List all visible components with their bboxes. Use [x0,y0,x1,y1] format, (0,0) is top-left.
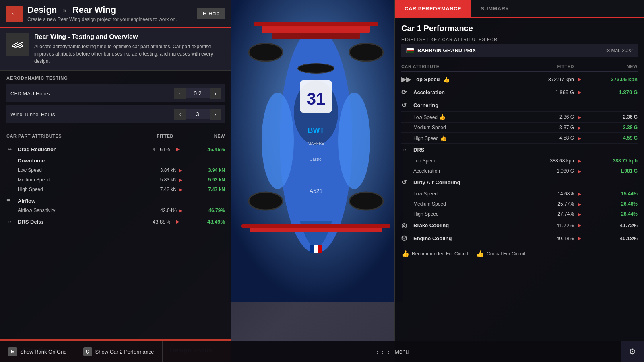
brake-cooling-icon: ◎ [401,222,410,229]
drag-reduction-icon: ↔ [6,146,14,153]
cornering-med-fitted: 3.37 G [522,125,574,130]
attr-col-sep [175,134,183,138]
drs-delta-icon: ↔ [6,218,14,225]
wind-tunnel-increase-button[interactable]: › [210,109,221,120]
svg-point-16 [298,64,334,73]
drs-topspeed-new: 388.77 kph [585,158,638,164]
show-car-perf-shortcut[interactable]: Q Show Car 2 Performance [75,341,163,362]
cornering-med-row: Medium Speed 3.37 G ▶ 3.38 G [401,123,638,133]
downforce-low-fitted: 3.84 kN [136,167,177,173]
header-subtitle: Create a new Rear Wing design project fo… [27,16,192,22]
engine-cooling-row: ⛁ Engine Cooling 40.18% ▶ 40.18% [401,232,638,245]
dirty-air-low-label: Low Speed [413,191,520,197]
drag-reduction-arrow: ▶ [173,146,182,152]
drs-accel-arrow: ▶ [576,169,584,173]
svg-point-19 [249,43,283,61]
engine-cooling-new: 40.18% [585,235,638,241]
cfd-controls: ‹ 0.2 › [174,88,221,99]
help-label: Help [208,10,219,16]
svg-point-6 [338,93,370,189]
top-speed-new: 373.05 kph [585,76,638,82]
downforce-high-row: High Speed 7.42 kN ▶ 7.47 kN [6,185,225,194]
engine-cooling-fitted: 40.18% [522,235,574,241]
car-visual: 31 BWT A521 MAPFRE Castrol [229,0,402,302]
highlight-label: HIGHLIGHT KEY CAR ATTRIBUTES FOR [401,37,638,42]
settings-button[interactable]: ⚙ [621,341,644,362]
drs-delta-fitted: 43.88% [130,219,170,225]
downforce-high-label: High Speed [18,187,136,192]
drag-reduction-label: Drag Reduction [18,146,127,152]
top-speed-recommended-icon: 👍 [443,76,450,83]
wind-tunnel-decrease-button[interactable]: ‹ [174,109,186,120]
brake-cooling-row: ◎ Brake Cooling 41.72% ▶ 41.72% [401,219,638,232]
top-speed-row: ▶▶ Top Speed 👍 372.97 kph ▶ 373.05 kph [401,73,638,86]
menu-button[interactable]: ⋮⋮⋮ Menu [365,341,418,362]
cfd-increase-button[interactable]: › [210,88,221,99]
svg-rect-8 [242,224,390,228]
legend-crucial: 👍 Crucial For Circuit [476,250,525,257]
svg-point-5 [262,93,294,189]
drs-label: ↔ DRS [401,146,520,153]
rank-key: E [8,347,17,356]
back-button[interactable]: ← [6,6,23,22]
legend-row: 👍 Recommended For Circuit 👍 Crucial For … [401,245,638,260]
cornering-high-row: High Speed 👍 4.58 G ▶ 4.59 G [401,133,638,144]
breadcrumb: Design » Rear Wing [27,5,192,15]
cornering-med-arrow: ▶ [576,125,584,130]
attrs-table-header: CAR PART ATTRIBUTES FITTED NEW [6,131,225,141]
cornering-low-new: 2.36 G [585,114,638,120]
drs-topspeed-label: Top Speed [413,158,520,164]
cfd-decrease-button[interactable]: ‹ [174,88,186,99]
drag-reduction-fitted: 41.61% [130,146,170,152]
brake-cooling-arrow: ▶ [576,223,584,228]
crucial-label: Crucial For Circuit [487,251,525,257]
cornering-med-label: Medium Speed [413,125,520,130]
show-rank-shortcut[interactable]: E Show Rank On Grid [0,341,75,362]
tab-car-performance[interactable]: CAR PERFORMANCE [395,0,471,17]
top-speed-icon: ▶▶ [401,76,410,83]
bahrain-flag-icon [406,48,414,53]
drs-delta-new: 48.49% [185,219,225,225]
downforce-group-row: ↓ Downforce [6,154,225,165]
menu-icon: ⋮⋮⋮ [374,348,391,355]
brake-cooling-new: 41.72% [585,222,638,228]
right-tabs: CAR PERFORMANCE SUMMARY [395,0,644,18]
svg-rect-21 [310,245,314,253]
nav-page: Rear Wing [72,5,116,15]
right-panel: CAR PERFORMANCE SUMMARY Car 1 Performanc… [394,0,644,362]
recommended-icon: 👍 [401,250,409,257]
drs-row: ↔ DRS [401,144,638,156]
drs-accel-new: 1.981 G [585,168,638,174]
car-perf-label: Show Car 2 Performance [95,349,154,355]
cornering-row: ↺ Cornering [401,99,638,112]
rear-wing-icon: 🏎 [6,33,29,56]
engine-cooling-icon: ⛁ [401,234,410,242]
drag-reduction-row: ↔ Drag Reduction 41.61% ▶ 46.45% [6,143,225,154]
dirty-air-high-arrow: ▶ [576,212,584,216]
svg-rect-10 [254,22,378,26]
top-speed-arrow: ▶ [576,77,584,82]
acceleration-fitted: 1.869 G [522,89,574,95]
left-panel: ← Design » Rear Wing Create a new Rear W… [0,0,231,362]
airflow-sens-row: Airflow Sensitivity 42.04% ▶ 46.79% [6,206,225,215]
dirty-air-med-arrow: ▶ [576,202,584,206]
downforce-med-label: Medium Speed [18,177,136,183]
car-part-attributes: CAR PART ATTRIBUTES FITTED NEW ↔ Drag Re… [0,131,231,339]
airflow-sens-label: Airflow Sensitivity [18,208,136,213]
svg-text:A521: A521 [310,188,323,194]
drs-topspeed-row: Top Speed 388.68 kph ▶ 388.77 kph [401,156,638,166]
perf-title: Car 1 Performance [401,24,638,33]
recommended-label: Recommended For Circuit [412,251,468,257]
wind-tunnel-value: 3 [186,109,210,119]
cornering-low-arrow: ▶ [576,115,584,119]
help-button[interactable]: H Help [197,8,225,19]
drs-topspeed-fitted: 388.68 kph [522,158,574,164]
dirty-air-high-new: 28.44% [585,211,638,217]
car-perf-key: Q [83,347,92,356]
dirty-air-med-fitted: 25.77% [522,201,574,207]
dirty-air-low-new: 15.44% [585,191,638,197]
tab-summary[interactable]: SUMMARY [471,0,518,17]
dirty-air-med-row: Medium Speed 25.77% ▶ 26.46% [401,199,638,209]
downforce-low-row: Low Speed 3.84 kN ▶ 3.94 kN [6,165,225,175]
drs-accel-fitted: 1.980 G [522,168,574,174]
